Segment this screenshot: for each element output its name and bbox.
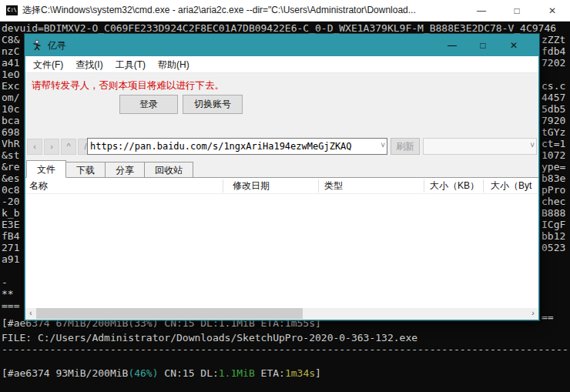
terminal-line-fragment: ===	[2, 300, 25, 311]
url-combobox[interactable]: ˅	[87, 138, 387, 155]
progress-eta: 1m34s	[285, 367, 315, 379]
nav-forward-button[interactable]: ›	[44, 139, 59, 155]
column-header-type[interactable]: 类型	[324, 178, 417, 194]
terminal-line-fragment: bca	[2, 115, 25, 126]
url-input[interactable]	[88, 139, 373, 154]
terminal-right-fragments: zZZtfdb47202cs.c44575db57920tGYzct=11072…	[542, 34, 570, 323]
terminal-line-fragment: 4457	[542, 92, 570, 103]
terminal-line-fragment: Exc	[2, 80, 25, 92]
terminal-line-fragment: 7202	[542, 57, 570, 69]
tab-bar: 文件 下载 分享 回收站	[26, 160, 193, 178]
cmd-titlebar[interactable]: C:\ 选择C:\Windows\system32\cmd.exe - aria…	[0, 0, 570, 22]
file-list: 名称 修改日期 类型 大小（KB） 大小（Byt ‹ ›	[25, 177, 538, 319]
terminal-line-fragment: **	[2, 288, 25, 300]
switch-account-button[interactable]: 切换账号	[183, 95, 243, 114]
terminal-line-fragment: B888	[542, 207, 570, 219]
terminal-devuid-line: devuid=BDIMXV2-O_C069FE233D924C2F8EC01A7…	[2, 22, 568, 34]
terminal-line-fragment: 698	[2, 126, 25, 138]
horizontal-scrollbar[interactable]: ‹ ›	[25, 308, 538, 319]
column-header-modified[interactable]: 修改日期	[233, 178, 314, 194]
nav-back-button[interactable]: ‹	[27, 139, 42, 155]
terminal-left-fragments: C8&nzCa411eOExcom/10cbca698VhR&st&re&es0…	[2, 34, 25, 311]
terminal-line-fragment	[542, 265, 570, 276]
app-maximize-button[interactable]: □	[468, 35, 498, 56]
terminal-line-fragment: ct=1	[542, 138, 570, 149]
terminal-line-fragment	[542, 69, 570, 80]
progress-speed: 1.1MiB	[219, 367, 255, 379]
terminal-line-fragment: tGYz	[542, 126, 570, 138]
app-titlebar[interactable]: 亿寻 — □ ✕	[25, 35, 538, 56]
terminal-line-fragment: 7920	[542, 115, 570, 126]
terminal-line-fragment: chec	[542, 196, 570, 207]
terminal-line-fragment: k_b	[2, 207, 25, 219]
tab-files[interactable]: 文件	[26, 160, 66, 178]
terminal-line-fragment: om/	[2, 92, 25, 103]
screenshot-root: devuid=BDIMXV2-O_C069FE233D924C2F8EC01A7…	[0, 0, 570, 392]
chevron-down-icon[interactable]: ˅	[530, 141, 535, 149]
terminal-line-fragment: VhR	[2, 138, 25, 149]
scroll-left-icon[interactable]: ‹	[25, 308, 36, 319]
terminal-line-fragment: -20	[2, 196, 25, 207]
progress-percent: (46%)	[128, 367, 158, 379]
cmd-minimize-button[interactable]: —	[464, 0, 499, 22]
terminal-line-fragment: zZZt	[542, 34, 570, 45]
terminal-line-fragment: nzC	[2, 45, 25, 57]
terminal-line-fragment: pPro	[542, 184, 570, 196]
terminal-line-fragment: 0523	[542, 242, 570, 253]
menu-help[interactable]: 帮助(H)	[152, 56, 196, 73]
column-separator[interactable]	[318, 179, 319, 193]
terminal-line-fragment: 271	[2, 242, 25, 253]
app-close-button[interactable]: ✕	[498, 35, 529, 56]
terminal-line-fragment: 1072	[542, 149, 570, 161]
menu-tools[interactable]: 工具(T)	[109, 56, 152, 73]
terminal-line-fragment: b83e	[542, 173, 570, 184]
scroll-right-icon[interactable]: ›	[528, 308, 538, 319]
cmd-close-button[interactable]: ✕	[535, 0, 570, 22]
terminal-line-fragment: 5db5	[542, 103, 570, 115]
terminal-line-fragment: &st	[2, 149, 25, 161]
chevron-down-icon[interactable]: ˅	[381, 141, 385, 149]
menubar: 文件(F) 查找(I) 工具(T) 帮助(H)	[25, 56, 538, 73]
terminal-line-fragment: fdb4	[542, 45, 570, 57]
scrollbar-thumb[interactable]	[36, 308, 303, 319]
terminal-line-fragment: -	[2, 276, 25, 288]
terminal-line-fragment: cs.c	[542, 80, 570, 92]
refresh-button[interactable]: 刷新	[391, 138, 420, 155]
terminal-line-fragment: ICgF	[542, 219, 570, 230]
terminal-line-fragment	[542, 288, 570, 300]
tab-downloads[interactable]: 下载	[66, 162, 106, 178]
terminal-line-fragment	[2, 265, 25, 276]
tab-share[interactable]: 分享	[106, 162, 145, 178]
app-minimize-button[interactable]: —	[437, 35, 468, 56]
column-header-size-bytes[interactable]: 大小（Byt	[491, 178, 538, 194]
login-button[interactable]: 登录	[119, 95, 178, 114]
terminal-line-fragment: ==	[542, 311, 570, 323]
terminal-line-fragment	[542, 300, 570, 311]
tab-recycle[interactable]: 回收站	[145, 162, 193, 178]
column-header-name[interactable]: 名称	[29, 178, 218, 194]
nav-up-button[interactable]: ^	[61, 139, 76, 155]
terminal-line-fragment: E3E	[2, 219, 25, 230]
menu-file[interactable]: 文件(F)	[27, 56, 69, 73]
column-separator[interactable]	[424, 179, 424, 193]
column-header-size-kb[interactable]: 大小（KB）	[425, 178, 479, 194]
cmd-maximize-button[interactable]: □	[499, 0, 535, 22]
column-separator[interactable]	[483, 179, 484, 193]
cmd-title: 选择C:\Windows\system32\cmd.exe - aria2\ar…	[22, 4, 454, 17]
yixun-window: 亿寻 — □ ✕ 文件(F) 查找(I) 工具(T) 帮助(H) 请帮转发寻人，…	[25, 34, 539, 320]
terminal-line-fragment: bb12	[542, 230, 570, 242]
terminal-line-fragment	[542, 253, 570, 265]
terminal-line-fragment: a41	[2, 57, 25, 69]
secondary-combobox[interactable]: ˅	[423, 138, 537, 155]
terminal-line-fragment: fB4	[2, 230, 25, 242]
file-list-header: 名称 修改日期 类型 大小（KB） 大小（Byt	[25, 178, 538, 194]
terminal-separator-line: ----------------------------------------…	[2, 343, 568, 355]
terminal-line-fragment: &re	[2, 161, 25, 173]
terminal-line-fragment: C8&	[2, 34, 25, 45]
terminal-line-fragment: &es	[2, 173, 25, 184]
column-separator[interactable]	[223, 179, 223, 193]
app-title: 亿寻	[48, 39, 66, 52]
terminal-line-fragment	[542, 276, 570, 288]
menu-find[interactable]: 查找(I)	[69, 56, 109, 73]
terminal-file-line: FILE: C:/Users/Administrator/Downloads/S…	[2, 332, 417, 343]
